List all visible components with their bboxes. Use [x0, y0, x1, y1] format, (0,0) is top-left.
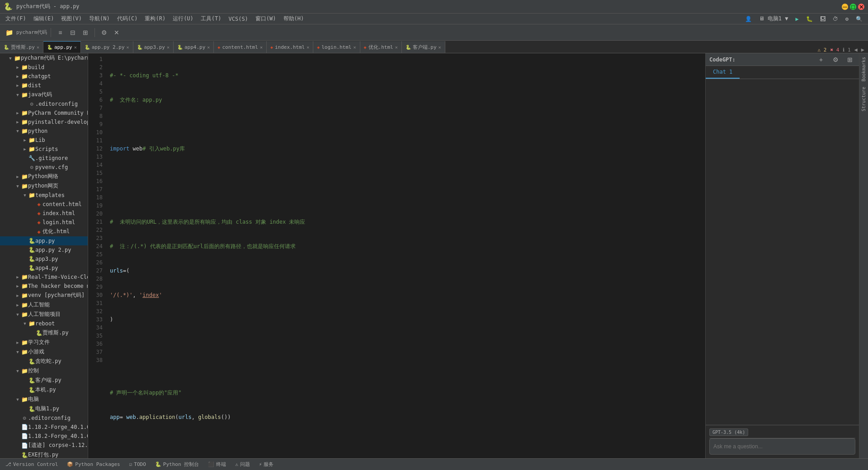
error-count[interactable]: ✖ 4: [830, 47, 839, 53]
tree-realtime[interactable]: ▶ 📁 Real-Time-Voice-Cloning-m: [0, 273, 88, 282]
tab-kehu[interactable]: 🐍 客户端.py ✕: [402, 41, 445, 53]
account-button[interactable]: 👤: [741, 15, 755, 23]
info-count[interactable]: ℹ 1: [843, 47, 850, 53]
tree-editorconfig2[interactable]: ⚙ .editorconfig: [0, 414, 88, 423]
tree-pyinstaller[interactable]: ▶ 📁 pyinstaller-develop: [0, 118, 88, 127]
tree-gitignore[interactable]: 🔧 .gitignore: [0, 154, 88, 163]
bottom-python-console[interactable]: 🐍 Python 控制台: [153, 461, 201, 468]
settings-btn[interactable]: ⚙: [99, 27, 109, 38]
tree-content-html[interactable]: ◈ content.html: [0, 200, 88, 209]
tree-editorconfig1[interactable]: ⚙ .editorconfig: [0, 99, 88, 108]
tree-dist[interactable]: ▶ 📁 dist: [0, 81, 88, 90]
editor-area[interactable]: 12345 678910 1112131415 1617181920 21222…: [88, 53, 705, 458]
close-sidebar-btn[interactable]: ✕: [111, 27, 122, 38]
tree-diannao[interactable]: ▼ 📁 电脑: [0, 395, 88, 404]
code-editor[interactable]: #- *- coding utf-8 -* # 文件名: app.py impo…: [106, 53, 705, 458]
close-button[interactable]: ✕: [858, 4, 864, 10]
scroll-from-source-btn[interactable]: ⊞: [80, 27, 91, 38]
tree-pythonwangye[interactable]: ▼ 📁 python网页: [0, 181, 88, 191]
bottom-services[interactable]: ⚡ 服务: [257, 461, 276, 468]
menu-window[interactable]: 窗口(W): [252, 14, 280, 24]
menu-edit[interactable]: 编辑(E): [30, 14, 58, 24]
gpt-model-badge[interactable]: GPT-3.5 (4k): [709, 429, 855, 435]
structure-label[interactable]: Structure: [859, 85, 868, 113]
tab-login[interactable]: ◈ login.html ✕: [313, 41, 360, 53]
tree-kehu-py[interactable]: 🐍 客户端.py: [0, 376, 88, 385]
project-label[interactable]: pycharm代码: [16, 29, 47, 36]
code-container[interactable]: 12345 678910 1112131415 1617181920 21222…: [88, 53, 705, 458]
codegpt-settings-btn[interactable]: ⚙: [830, 54, 841, 65]
chat-content[interactable]: [706, 79, 859, 425]
coverage-button[interactable]: ⛾: [816, 15, 829, 23]
menu-navigate[interactable]: 导航(N): [85, 14, 113, 24]
tab-apppy2[interactable]: 🐍 app.py 2.py ✕: [81, 41, 133, 53]
tab-close-app3[interactable]: ✕: [167, 45, 170, 50]
settings-button[interactable]: ⚙: [842, 15, 852, 23]
tab-index[interactable]: ◈ index.html ✕: [267, 41, 313, 53]
chat-tab-1[interactable]: Chat 1: [706, 66, 740, 79]
new-chat-btn[interactable]: +: [816, 54, 826, 65]
tree-aiproject[interactable]: ▼ 📁 人工智能项目: [0, 310, 88, 319]
tab-close-login[interactable]: ✕: [353, 45, 356, 50]
menu-file[interactable]: 文件(F): [2, 14, 30, 24]
tree-forge2[interactable]: 📄 1.18.2-Forge_40.1.0-OptiFine: [0, 432, 88, 441]
bookmarks-label[interactable]: Bookmarks: [859, 55, 868, 83]
menu-vcs[interactable]: VCS(S): [225, 15, 252, 23]
project-icon[interactable]: 📁: [4, 27, 14, 38]
tree-tanchi[interactable]: 🐍 贪吃蛇.py: [0, 357, 88, 366]
tree-youhua-html[interactable]: ◈ 优化.html: [0, 227, 88, 236]
menu-run[interactable]: 运行(U): [169, 14, 197, 24]
tree-python[interactable]: ▼ 📁 python: [0, 127, 88, 136]
tab-close-kehu[interactable]: ✕: [439, 45, 441, 50]
tab-content[interactable]: ◈ content.html ✕: [214, 41, 267, 53]
tab-close-app4[interactable]: ✕: [207, 45, 210, 50]
tab-youhua[interactable]: ◈ 优化.html ✕: [360, 41, 402, 53]
menu-tools[interactable]: 工具(T): [197, 14, 225, 24]
tree-jiaweisi[interactable]: 🐍 贾维斯.py: [0, 328, 88, 338]
tree-xuexiwenjian[interactable]: ▶ 📁 学习文件: [0, 338, 88, 347]
collapse-all-btn[interactable]: ⊟: [67, 27, 78, 38]
tree-chatgpt[interactable]: ▶ 📁 chatgpt: [0, 72, 88, 81]
tree-pycharm[interactable]: ▶ 📁 PyCharm Community Edition: [0, 108, 88, 118]
run-button[interactable]: ▶: [792, 15, 802, 23]
tree-forge1[interactable]: 📄 1.18.2-Forge_40.1.0-OptiFine: [0, 423, 88, 432]
tree-pyvenv[interactable]: ⚙ pyvenv.cfg: [0, 163, 88, 172]
tree-build[interactable]: ▶ 📁 build: [0, 63, 88, 72]
tab-close-youhua[interactable]: ✕: [395, 45, 398, 50]
tree-app4-file[interactable]: 🐍 app4.py: [0, 263, 88, 273]
tree-corpse[interactable]: 📄 [遗迹] corpse-1.12.2-1.0.8.ja: [0, 441, 88, 450]
window-controls[interactable]: ─ □ ✕: [842, 4, 864, 10]
maximize-button[interactable]: □: [850, 4, 856, 10]
tab-close-apppy2[interactable]: ✕: [127, 45, 129, 50]
tab-jiaweisi[interactable]: 🐍 贾维斯.py ✕: [0, 41, 43, 53]
menu-refactor[interactable]: 重构(R): [141, 14, 169, 24]
search-everywhere[interactable]: 🔍: [852, 15, 866, 23]
computer-button[interactable]: 🖥 电脑1 ▼: [755, 14, 792, 24]
tree-scripts[interactable]: ▶ 📁 Scripts: [0, 145, 88, 154]
tree-reboot[interactable]: ▼ 📁 reboot: [0, 319, 88, 328]
profile-button[interactable]: ⏱: [829, 15, 842, 23]
bottom-terminal[interactable]: ⬛ 终端: [206, 461, 228, 468]
tree-javadaima[interactable]: ▼ 📁 java代码: [0, 90, 88, 99]
expand-all-btn[interactable]: ≡: [55, 27, 66, 38]
tree-apppy-file[interactable]: 🐍 app.py: [0, 236, 88, 245]
tree-venv[interactable]: ▶ 📁 venv [pycharm代码] library: [0, 291, 88, 300]
tab-app3[interactable]: 🐍 app3.py ✕: [133, 41, 174, 53]
tree-exe[interactable]: 🐍 EXE打包.py: [0, 450, 88, 458]
menu-help[interactable]: 帮助(H): [280, 14, 308, 24]
tree-templates[interactable]: ▼ 📁 templates: [0, 191, 88, 200]
bottom-python-packages[interactable]: 📦 Python Packages: [65, 461, 122, 467]
tree-kongzhi[interactable]: ▼ 📁 控制: [0, 366, 88, 376]
bottom-todo[interactable]: ☑ TODO: [127, 461, 148, 467]
tree-index-html[interactable]: ◈ index.html: [0, 209, 88, 218]
tab-close-apppy[interactable]: ✕: [74, 45, 77, 50]
tab-app4[interactable]: 🐍 app4.py ✕: [174, 41, 214, 53]
menu-view[interactable]: 视图(V): [57, 14, 85, 24]
tree-root[interactable]: ▼ 📁 pycharm代码 E:\pycharm代: [0, 53, 88, 63]
tree-lib[interactable]: ▶ 📁 Lib: [0, 136, 88, 145]
chat-input[interactable]: [709, 438, 855, 455]
tree-diannao1[interactable]: 🐍 电脑1.py: [0, 404, 88, 414]
tab-apppy[interactable]: 🐍 app.py ✕: [43, 41, 81, 53]
debug-button[interactable]: 🐛: [802, 15, 816, 23]
tab-close-jiaweisi[interactable]: ✕: [37, 45, 39, 50]
